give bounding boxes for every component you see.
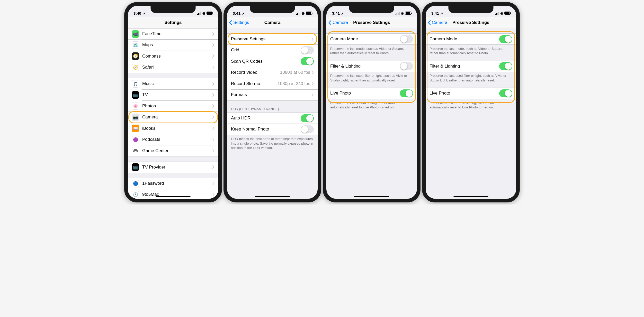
chevron-right-icon	[312, 93, 314, 97]
page-title: Camera	[264, 20, 280, 25]
settings-row-maps[interactable]: 🗺️Maps	[128, 40, 218, 51]
wifi-icon: ◉	[202, 11, 205, 15]
settings-row-record-video[interactable]: Record Video1080p at 60 fps	[227, 67, 318, 78]
wifi-icon: ◉	[401, 11, 404, 15]
row-label: Grid	[231, 48, 301, 53]
row-label: Auto HDR	[231, 116, 301, 121]
row-label: iBooks	[142, 126, 212, 131]
chevron-right-icon	[212, 104, 214, 108]
chevron-right-icon	[212, 193, 214, 196]
back-button[interactable]: Settings	[229, 17, 249, 28]
settings-row-game-center[interactable]: 🎮Game Center	[128, 145, 218, 156]
row-label: Live Photo	[330, 91, 400, 96]
section-footer: HDR blends the best parts of three separ…	[227, 135, 318, 150]
chevron-right-icon	[212, 182, 214, 185]
toggle-switch[interactable]	[499, 89, 512, 97]
toggle-switch[interactable]	[400, 62, 413, 70]
status-time: 3:41	[233, 11, 240, 15]
tv-icon: 📺	[132, 91, 139, 99]
tvp-icon: 📺	[132, 163, 139, 171]
status-time: 3:40	[133, 11, 141, 15]
settings-row-podcasts[interactable]: 🟣Podcasts	[128, 134, 218, 145]
settings-row-facetime[interactable]: 📹FaceTime	[128, 28, 218, 40]
toggle-switch[interactable]	[301, 114, 314, 122]
section-footer: Preserve the last used filter or light, …	[326, 72, 417, 82]
phone-0: 3:40◉Settings📹FaceTime🗺️Maps🧭Compass🧭Saf…	[124, 2, 222, 202]
page-title: Preserve Settings	[353, 20, 390, 25]
home-indicator[interactable]	[354, 196, 389, 197]
toggle-switch[interactable]	[301, 57, 314, 65]
back-button[interactable]: Camera	[328, 17, 348, 28]
settings-row-ibooks[interactable]: 📖iBooks	[128, 123, 218, 134]
chevron-right-icon	[312, 71, 314, 74]
toggle-switch[interactable]	[301, 125, 314, 133]
chevron-right-icon	[212, 32, 214, 36]
settings-row-scan-qr-codes[interactable]: Scan QR Codes	[227, 56, 318, 67]
section-header: HDR (HIGH DYNAMIC RANGE)	[227, 106, 318, 113]
settings-row-grid[interactable]: Grid	[227, 45, 318, 56]
home-indicator[interactable]	[255, 196, 290, 197]
row-label: Preserve Settings	[231, 36, 312, 42]
page-title: Settings	[164, 20, 182, 25]
settings-row-1password[interactable]: 🔵1Password	[128, 178, 218, 189]
chevron-right-icon	[212, 66, 214, 69]
compass-icon: 🧭	[132, 52, 139, 60]
toggle-switch[interactable]	[301, 46, 314, 54]
signal-icon	[495, 12, 499, 15]
location-icon	[341, 11, 344, 15]
signal-icon	[396, 12, 400, 15]
battery-icon	[207, 12, 213, 15]
settings-row-auto-hdr[interactable]: Auto HDR	[227, 113, 318, 124]
settings-row-filter-lighting[interactable]: Filter & Lighting	[326, 61, 417, 72]
ibooks-icon: 📖	[132, 125, 139, 132]
settings-row-filter-lighting[interactable]: Filter & Lighting	[426, 61, 516, 72]
home-indicator[interactable]	[454, 196, 488, 197]
settings-row-camera-mode[interactable]: Camera Mode	[426, 33, 516, 45]
section-footer: Preserve the last mode, such as Video or…	[426, 45, 516, 55]
chevron-right-icon	[212, 54, 214, 58]
settings-row-keep-normal-photo[interactable]: Keep Normal Photo	[227, 124, 318, 135]
location-icon	[440, 11, 443, 15]
row-label: Formats	[231, 92, 312, 97]
row-detail: 1080p at 60 fps	[280, 70, 310, 75]
home-indicator[interactable]	[156, 196, 191, 197]
toggle-switch[interactable]	[499, 62, 512, 70]
section-footer: Preserve the Live Photo setting, rather …	[426, 99, 516, 110]
phone-1: 3:41◉SettingsCameraPreserve SettingsGrid…	[223, 2, 321, 202]
settings-row-9to5mac[interactable]: 🕐9to5Mac	[128, 189, 218, 199]
settings-row-live-photo[interactable]: Live Photo	[426, 88, 516, 99]
settings-row-tv-provider[interactable]: 📺TV Provider	[128, 162, 218, 173]
row-label: 1Password	[142, 181, 212, 186]
settings-row-camera-mode[interactable]: Camera Mode	[326, 33, 417, 45]
facetime-icon: 📹	[132, 30, 139, 38]
settings-row-formats[interactable]: Formats	[227, 89, 318, 101]
maps-icon: 🗺️	[132, 41, 139, 49]
section-footer: Preserve the last used filter or light, …	[426, 72, 516, 82]
toggle-switch[interactable]	[400, 89, 413, 97]
settings-row-photos[interactable]: 🌸Photos	[128, 100, 218, 112]
wifi-icon: ◉	[500, 11, 503, 15]
row-label: Keep Normal Photo	[231, 127, 301, 132]
chevron-right-icon	[212, 149, 214, 152]
settings-row-music[interactable]: 🎵Music	[128, 78, 218, 89]
settings-row-preserve-settings[interactable]: Preserve Settings	[227, 33, 318, 45]
signal-icon	[197, 12, 201, 15]
settings-row-camera[interactable]: 📷Camera	[128, 112, 218, 123]
settings-row-live-photo[interactable]: Live Photo	[326, 88, 417, 99]
1p-icon: 🔵	[132, 180, 139, 187]
photos-icon: 🌸	[132, 102, 139, 110]
toggle-switch[interactable]	[499, 35, 512, 43]
settings-row-compass[interactable]: 🧭Compass	[128, 51, 218, 62]
row-label: Scan QR Codes	[231, 59, 301, 64]
settings-row-tv[interactable]: 📺TV	[128, 89, 218, 101]
toggle-switch[interactable]	[400, 35, 413, 43]
chevron-right-icon	[212, 127, 214, 130]
settings-row-record-slo-mo[interactable]: Record Slo-mo1080p at 240 fps	[227, 78, 318, 89]
battery-icon	[504, 12, 511, 15]
content: Camera ModePreserve the last mode, such …	[426, 28, 516, 199]
back-button[interactable]: Camera	[428, 17, 447, 28]
settings-row-safari[interactable]: 🧭Safari	[128, 62, 218, 73]
chevron-right-icon	[212, 82, 214, 86]
row-label: Maps	[142, 42, 212, 48]
row-label: TV Provider	[142, 165, 212, 170]
